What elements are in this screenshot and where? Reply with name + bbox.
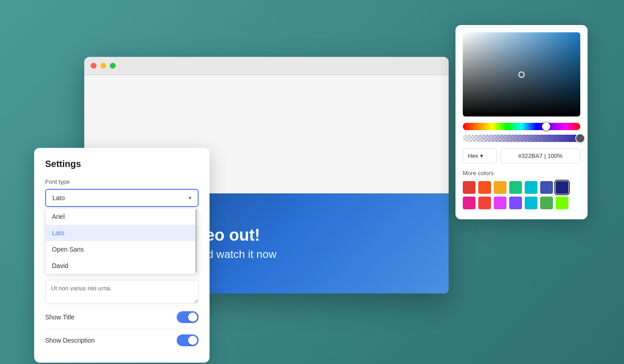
swatch-red2[interactable] bbox=[478, 197, 491, 209]
show-title-label: Show Title bbox=[45, 313, 75, 321]
show-title-row: Show Title bbox=[45, 305, 199, 329]
swatch-indigo[interactable] bbox=[540, 181, 553, 194]
font-dropdown-menu: Ariel Lato Open Sans David bbox=[45, 208, 199, 274]
font-type-select[interactable]: Lato ▾ bbox=[45, 189, 199, 207]
color-value-row: Hex ▾ #322BA7 | 100% bbox=[463, 148, 580, 163]
color-swatches-row-1 bbox=[463, 181, 580, 194]
hue-slider[interactable] bbox=[463, 123, 580, 130]
swatch-amber[interactable] bbox=[494, 181, 506, 194]
show-description-toggle[interactable] bbox=[177, 334, 199, 346]
traffic-light-green[interactable] bbox=[110, 63, 116, 69]
show-title-toggle-knob bbox=[188, 313, 197, 322]
chevron-down-icon: ▾ bbox=[189, 195, 191, 201]
traffic-light-red[interactable] bbox=[91, 63, 97, 69]
font-option-lato[interactable]: Lato bbox=[46, 225, 198, 241]
show-title-toggle[interactable] bbox=[177, 311, 199, 323]
font-select-wrapper: Lato ▾ Ariel Lato Open Sans David bbox=[45, 189, 199, 207]
show-description-toggle-knob bbox=[188, 336, 197, 345]
alpha-slider-fill bbox=[463, 135, 580, 142]
swatch-green2[interactable] bbox=[540, 197, 553, 209]
alpha-slider-thumb bbox=[576, 134, 584, 142]
swatch-cyan2[interactable] bbox=[525, 197, 537, 209]
swatch-cyan[interactable] bbox=[525, 181, 537, 194]
show-description-row: Show Description bbox=[45, 329, 199, 352]
swatch-dark-blue[interactable] bbox=[556, 181, 568, 194]
settings-panel: Settings Font type Lato ▾ Ariel Lato Ope… bbox=[34, 148, 210, 363]
alpha-slider[interactable] bbox=[463, 135, 580, 142]
more-colors-label: More colors bbox=[463, 170, 580, 177]
font-option-ariel[interactable]: Ariel bbox=[46, 208, 198, 225]
swatch-deep-purple[interactable] bbox=[509, 197, 522, 209]
color-mode-chevron-icon: ▾ bbox=[480, 152, 483, 159]
swatch-pink[interactable] bbox=[463, 197, 476, 209]
dropdown-scrollbar bbox=[195, 209, 197, 273]
hue-slider-thumb bbox=[542, 122, 550, 131]
font-type-label: Font type bbox=[45, 178, 199, 185]
color-gradient-cursor bbox=[518, 71, 525, 78]
color-mode-select[interactable]: Hex ▾ bbox=[463, 148, 497, 163]
swatch-light-green-accent[interactable] bbox=[556, 197, 568, 209]
color-mode-label: Hex bbox=[468, 152, 478, 159]
text-content-input[interactable]: Ut non varius nisi urna. bbox=[45, 280, 199, 303]
swatch-red[interactable] bbox=[463, 181, 476, 194]
swatch-green[interactable] bbox=[509, 181, 522, 194]
font-option-david[interactable]: David bbox=[46, 258, 198, 274]
swatch-purple-accent[interactable] bbox=[494, 197, 506, 209]
color-gradient-picker[interactable] bbox=[463, 32, 580, 116]
swatch-deep-orange[interactable] bbox=[478, 181, 491, 194]
font-option-open-sans[interactable]: Open Sans bbox=[46, 241, 198, 258]
traffic-light-yellow[interactable] bbox=[100, 63, 106, 69]
font-select-value: Lato bbox=[52, 194, 65, 202]
color-hex-input[interactable]: #322BA7 | 100% bbox=[501, 148, 580, 163]
show-description-label: Show Description bbox=[45, 337, 95, 344]
color-picker-panel: Hex ▾ #322BA7 | 100% More colors bbox=[455, 25, 588, 219]
color-swatches-row-2 bbox=[463, 197, 580, 209]
browser-titlebar bbox=[84, 57, 449, 75]
settings-panel-title: Settings bbox=[45, 159, 199, 169]
